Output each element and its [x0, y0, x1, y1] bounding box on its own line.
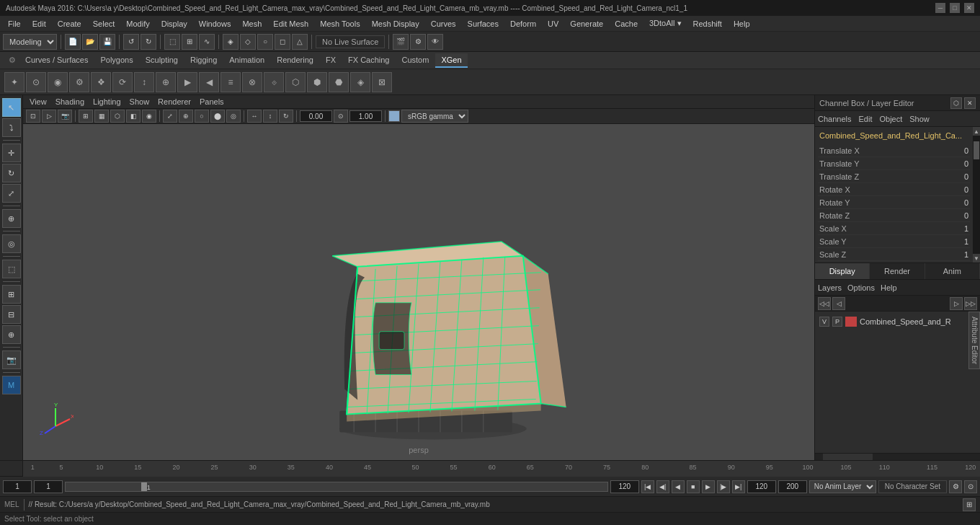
- script-editor-btn[interactable]: ⊞: [963, 498, 976, 511]
- universal-tool-btn[interactable]: ⊕: [2, 209, 21, 228]
- shelf-icon-12[interactable]: ⊗: [242, 72, 262, 92]
- tool3-btn[interactable]: ○: [257, 34, 273, 50]
- tool2-btn[interactable]: ◇: [240, 34, 256, 50]
- render-settings-btn[interactable]: ⚙: [410, 34, 426, 50]
- layer-playback-btn[interactable]: P: [832, 317, 842, 327]
- cb-value-rz[interactable]: 0: [940, 211, 968, 220]
- cb-value-ry[interactable]: 0: [940, 198, 968, 207]
- shelf-icon-4[interactable]: ⚙: [69, 72, 89, 92]
- layer-fwd-btn[interactable]: ▷▷: [964, 297, 977, 310]
- menu-redshift[interactable]: Redshift: [688, 18, 727, 30]
- scale-tool-btn[interactable]: ⤢: [2, 184, 21, 203]
- menu-mesh-tools[interactable]: Mesh Tools: [315, 18, 365, 30]
- shelf-tab-fx[interactable]: FX: [320, 53, 342, 68]
- shelf-icon-15[interactable]: ⬢: [307, 72, 327, 92]
- shelf-tab-sculpting[interactable]: Sculpting: [140, 53, 184, 68]
- tool1-btn[interactable]: ◈: [223, 34, 239, 50]
- menu-cache[interactable]: Cache: [610, 18, 643, 30]
- menu-edit[interactable]: Edit: [27, 18, 51, 30]
- preferences-icon[interactable]: ⊙: [964, 480, 977, 493]
- menu-modify[interactable]: Modify: [121, 18, 154, 30]
- maximize-button[interactable]: □: [950, 3, 960, 13]
- shelf-tab-custom[interactable]: Custom: [396, 53, 435, 68]
- open-file-btn[interactable]: 📂: [82, 34, 98, 50]
- scroll-thumb[interactable]: [974, 141, 979, 159]
- shelf-icon-8[interactable]: ⊕: [156, 72, 176, 92]
- vp-menu-shading[interactable]: Shading: [52, 97, 88, 106]
- vp-tb-11[interactable]: ⬤: [210, 110, 225, 123]
- play-fwd-btn[interactable]: ▶: [702, 480, 715, 493]
- snap3-btn[interactable]: ⊕: [2, 325, 21, 344]
- playback-end-input[interactable]: [610, 480, 639, 493]
- vp-tb-6[interactable]: ◧: [126, 110, 141, 123]
- goto-start-btn[interactable]: |◀: [641, 480, 654, 493]
- rotate-tool-btn[interactable]: ↻: [2, 164, 21, 182]
- menu-select[interactable]: Select: [88, 18, 120, 30]
- menu-uv[interactable]: UV: [543, 18, 564, 30]
- shelf-tab-rigging[interactable]: Rigging: [184, 53, 223, 68]
- layer-color-swatch[interactable]: [845, 317, 857, 327]
- shelf-icon-13[interactable]: ⟐: [264, 72, 284, 92]
- attribute-editor-tab[interactable]: Attribute Editor: [968, 312, 980, 369]
- vp-tb-5[interactable]: ⬡: [110, 110, 125, 123]
- shelf-tab-curves[interactable]: Curves / Surfaces: [19, 53, 94, 68]
- shelf-icon-17[interactable]: ◈: [350, 72, 370, 92]
- close-button[interactable]: ✕: [964, 3, 974, 13]
- shelf-icon-3[interactable]: ◉: [48, 72, 68, 92]
- shelf-icon-5[interactable]: ❖: [91, 72, 111, 92]
- play-back-btn[interactable]: ◀: [672, 480, 685, 493]
- layer-back-btn[interactable]: ◁◁: [818, 297, 831, 310]
- layer-visibility-btn[interactable]: V: [819, 317, 829, 327]
- snap1-btn[interactable]: ⊞: [2, 285, 21, 304]
- vp-menu-view[interactable]: View: [26, 97, 50, 106]
- vp-tb-10[interactable]: ○: [195, 110, 209, 123]
- lasso-tool-btn[interactable]: ⤵: [2, 118, 21, 137]
- vp-tb-2[interactable]: ▷: [42, 110, 56, 123]
- tool5-btn[interactable]: △: [292, 34, 308, 50]
- cb-menu-show[interactable]: Show: [909, 115, 930, 123]
- cb-scrollbar[interactable]: ▲ ▼: [973, 127, 980, 262]
- vp-tb-camera[interactable]: 📷: [58, 110, 72, 123]
- char-set-icon[interactable]: ⚙: [949, 480, 962, 493]
- menu-3dto[interactable]: 3DtoAll ▾: [644, 17, 687, 30]
- shelf-icon-10[interactable]: ◀: [199, 72, 219, 92]
- shelf-tab-rendering[interactable]: Rendering: [271, 53, 319, 68]
- menu-windows[interactable]: Windows: [194, 18, 236, 30]
- menu-edit-mesh[interactable]: Edit Mesh: [268, 18, 313, 30]
- shelf-icon-9[interactable]: ▶: [177, 72, 197, 92]
- menu-deform[interactable]: Deform: [505, 18, 541, 30]
- menu-create[interactable]: Create: [53, 18, 86, 30]
- layers-menu-layers[interactable]: Layers: [818, 283, 842, 292]
- layers-menu-options[interactable]: Options: [847, 283, 875, 292]
- vp-menu-lighting[interactable]: Lighting: [89, 97, 125, 106]
- marquee-select-btn[interactable]: ⬚: [2, 260, 21, 278]
- cb-menu-channels[interactable]: Channels: [818, 115, 851, 123]
- layer-next-btn[interactable]: ▷: [950, 297, 963, 310]
- cb-menu-edit[interactable]: Edit: [858, 115, 872, 123]
- menu-generate[interactable]: Generate: [565, 18, 608, 30]
- snap2-btn[interactable]: ⊟: [2, 305, 21, 324]
- soft-select-btn[interactable]: ◎: [2, 234, 21, 253]
- cb-value-tx[interactable]: 0: [940, 146, 968, 155]
- shelf-icon-6[interactable]: ⟳: [112, 72, 133, 92]
- shelf-icon-14[interactable]: ⬡: [285, 72, 306, 92]
- start-frame-input[interactable]: [3, 480, 32, 493]
- tool4-btn[interactable]: ◻: [275, 34, 290, 50]
- cb-value-sy[interactable]: 1: [940, 237, 968, 246]
- new-file-btn[interactable]: 📄: [65, 34, 81, 50]
- step-back-btn[interactable]: ◀|: [656, 480, 669, 493]
- current-frame-input[interactable]: [34, 480, 63, 493]
- vp-tb-12[interactable]: ◎: [226, 110, 241, 123]
- minimize-button[interactable]: ─: [935, 3, 945, 13]
- vp-tb-9[interactable]: ⊕: [179, 110, 193, 123]
- range-end-input[interactable]: [747, 480, 776, 493]
- cb-value-rx[interactable]: 0: [940, 185, 968, 194]
- vp-tb-4[interactable]: ▦: [94, 110, 109, 123]
- vp-tb-7[interactable]: ◉: [142, 110, 156, 123]
- cb-close-btn[interactable]: ✕: [964, 97, 976, 109]
- scroll-down-btn[interactable]: ▼: [973, 254, 980, 262]
- menu-curves[interactable]: Curves: [426, 18, 461, 30]
- snap-grid-btn[interactable]: ⊞: [182, 34, 197, 50]
- timeslider[interactable]: 1 5 10 15 20 25 30 35 40 45 50 55 60 65 …: [23, 461, 980, 477]
- render-region-btn[interactable]: 📷: [2, 350, 21, 369]
